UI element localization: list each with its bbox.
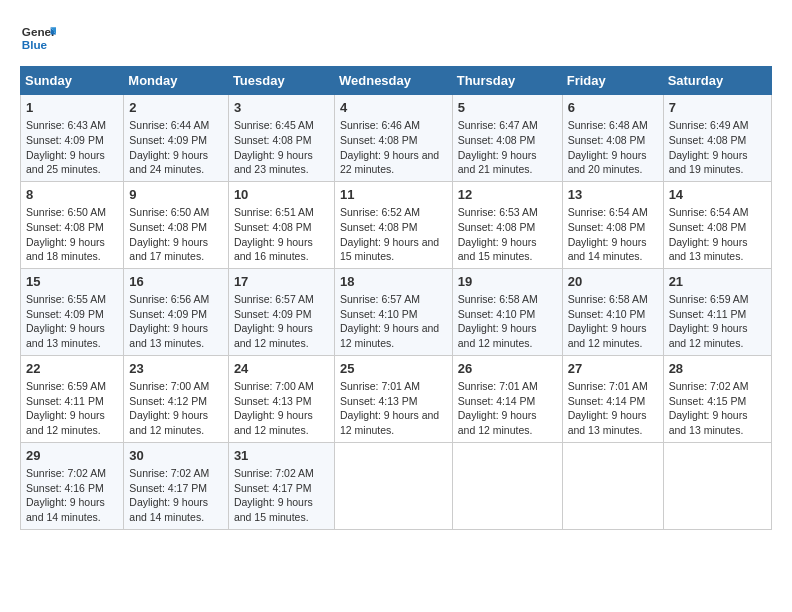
svg-text:Blue: Blue [22,38,48,51]
calendar-cell: 7Sunrise: 6:49 AMSunset: 4:08 PMDaylight… [663,95,771,182]
calendar-week-row: 1Sunrise: 6:43 AMSunset: 4:09 PMDaylight… [21,95,772,182]
sunset-text: Sunset: 4:12 PM [129,395,207,407]
daylight-text: Daylight: 9 hours and 12 minutes. [26,409,105,436]
column-header-wednesday: Wednesday [334,67,452,95]
sunrise-text: Sunrise: 6:59 AM [26,380,106,392]
calendar-cell: 18Sunrise: 6:57 AMSunset: 4:10 PMDayligh… [334,268,452,355]
sunset-text: Sunset: 4:15 PM [669,395,747,407]
sunrise-text: Sunrise: 6:57 AM [234,293,314,305]
day-number: 27 [568,360,658,378]
daylight-text: Daylight: 9 hours and 12 minutes. [234,322,313,349]
sunset-text: Sunset: 4:14 PM [568,395,646,407]
calendar-cell: 15Sunrise: 6:55 AMSunset: 4:09 PMDayligh… [21,268,124,355]
day-number: 29 [26,447,118,465]
sunset-text: Sunset: 4:09 PM [129,134,207,146]
sunrise-text: Sunrise: 6:45 AM [234,119,314,131]
calendar-cell: 23Sunrise: 7:00 AMSunset: 4:12 PMDayligh… [124,355,229,442]
daylight-text: Daylight: 9 hours and 20 minutes. [568,149,647,176]
sunrise-text: Sunrise: 6:53 AM [458,206,538,218]
sunset-text: Sunset: 4:14 PM [458,395,536,407]
sunrise-text: Sunrise: 7:02 AM [26,467,106,479]
daylight-text: Daylight: 9 hours and 12 minutes. [458,409,537,436]
sunrise-text: Sunrise: 7:00 AM [234,380,314,392]
daylight-text: Daylight: 9 hours and 13 minutes. [26,322,105,349]
daylight-text: Daylight: 9 hours and 15 minutes. [234,496,313,523]
column-header-thursday: Thursday [452,67,562,95]
sunset-text: Sunset: 4:10 PM [340,308,418,320]
page-header: General Blue [20,20,772,56]
sunset-text: Sunset: 4:08 PM [340,134,418,146]
calendar-body: 1Sunrise: 6:43 AMSunset: 4:09 PMDaylight… [21,95,772,530]
day-number: 31 [234,447,329,465]
calendar-cell: 20Sunrise: 6:58 AMSunset: 4:10 PMDayligh… [562,268,663,355]
daylight-text: Daylight: 9 hours and 22 minutes. [340,149,439,176]
day-number: 8 [26,186,118,204]
calendar-cell: 2Sunrise: 6:44 AMSunset: 4:09 PMDaylight… [124,95,229,182]
sunrise-text: Sunrise: 6:58 AM [568,293,648,305]
sunrise-text: Sunrise: 7:00 AM [129,380,209,392]
sunrise-text: Sunrise: 7:02 AM [234,467,314,479]
day-number: 1 [26,99,118,117]
calendar-week-row: 15Sunrise: 6:55 AMSunset: 4:09 PMDayligh… [21,268,772,355]
day-number: 16 [129,273,223,291]
sunrise-text: Sunrise: 7:01 AM [568,380,648,392]
day-number: 5 [458,99,557,117]
sunrise-text: Sunrise: 6:49 AM [669,119,749,131]
calendar-cell: 1Sunrise: 6:43 AMSunset: 4:09 PMDaylight… [21,95,124,182]
daylight-text: Daylight: 9 hours and 12 minutes. [340,322,439,349]
daylight-text: Daylight: 9 hours and 12 minutes. [669,322,748,349]
sunset-text: Sunset: 4:09 PM [26,308,104,320]
daylight-text: Daylight: 9 hours and 19 minutes. [669,149,748,176]
sunrise-text: Sunrise: 6:59 AM [669,293,749,305]
day-number: 22 [26,360,118,378]
daylight-text: Daylight: 9 hours and 18 minutes. [26,236,105,263]
sunrise-text: Sunrise: 6:55 AM [26,293,106,305]
calendar-cell: 6Sunrise: 6:48 AMSunset: 4:08 PMDaylight… [562,95,663,182]
column-header-friday: Friday [562,67,663,95]
sunset-text: Sunset: 4:08 PM [234,134,312,146]
calendar-cell: 29Sunrise: 7:02 AMSunset: 4:16 PMDayligh… [21,442,124,529]
day-number: 2 [129,99,223,117]
sunrise-text: Sunrise: 6:46 AM [340,119,420,131]
sunset-text: Sunset: 4:17 PM [234,482,312,494]
calendar-cell: 31Sunrise: 7:02 AMSunset: 4:17 PMDayligh… [228,442,334,529]
sunset-text: Sunset: 4:10 PM [458,308,536,320]
sunrise-text: Sunrise: 6:57 AM [340,293,420,305]
daylight-text: Daylight: 9 hours and 14 minutes. [129,496,208,523]
calendar-cell: 10Sunrise: 6:51 AMSunset: 4:08 PMDayligh… [228,181,334,268]
day-number: 30 [129,447,223,465]
calendar-header-row: SundayMondayTuesdayWednesdayThursdayFrid… [21,67,772,95]
calendar-week-row: 29Sunrise: 7:02 AMSunset: 4:16 PMDayligh… [21,442,772,529]
sunrise-text: Sunrise: 6:50 AM [26,206,106,218]
sunrise-text: Sunrise: 7:01 AM [340,380,420,392]
day-number: 9 [129,186,223,204]
sunrise-text: Sunrise: 6:58 AM [458,293,538,305]
calendar-cell: 21Sunrise: 6:59 AMSunset: 4:11 PMDayligh… [663,268,771,355]
day-number: 15 [26,273,118,291]
day-number: 24 [234,360,329,378]
daylight-text: Daylight: 9 hours and 12 minutes. [568,322,647,349]
daylight-text: Daylight: 9 hours and 13 minutes. [669,236,748,263]
day-number: 10 [234,186,329,204]
sunset-text: Sunset: 4:11 PM [669,308,747,320]
calendar-cell: 26Sunrise: 7:01 AMSunset: 4:14 PMDayligh… [452,355,562,442]
day-number: 12 [458,186,557,204]
calendar-cell: 30Sunrise: 7:02 AMSunset: 4:17 PMDayligh… [124,442,229,529]
daylight-text: Daylight: 9 hours and 12 minutes. [458,322,537,349]
sunset-text: Sunset: 4:13 PM [234,395,312,407]
calendar-cell: 17Sunrise: 6:57 AMSunset: 4:09 PMDayligh… [228,268,334,355]
calendar-week-row: 22Sunrise: 6:59 AMSunset: 4:11 PMDayligh… [21,355,772,442]
column-header-sunday: Sunday [21,67,124,95]
daylight-text: Daylight: 9 hours and 16 minutes. [234,236,313,263]
day-number: 17 [234,273,329,291]
day-number: 4 [340,99,447,117]
calendar-cell: 25Sunrise: 7:01 AMSunset: 4:13 PMDayligh… [334,355,452,442]
column-header-monday: Monday [124,67,229,95]
daylight-text: Daylight: 9 hours and 13 minutes. [669,409,748,436]
calendar-cell: 16Sunrise: 6:56 AMSunset: 4:09 PMDayligh… [124,268,229,355]
calendar-cell: 19Sunrise: 6:58 AMSunset: 4:10 PMDayligh… [452,268,562,355]
sunrise-text: Sunrise: 6:44 AM [129,119,209,131]
sunset-text: Sunset: 4:10 PM [568,308,646,320]
sunset-text: Sunset: 4:08 PM [568,221,646,233]
calendar-week-row: 8Sunrise: 6:50 AMSunset: 4:08 PMDaylight… [21,181,772,268]
